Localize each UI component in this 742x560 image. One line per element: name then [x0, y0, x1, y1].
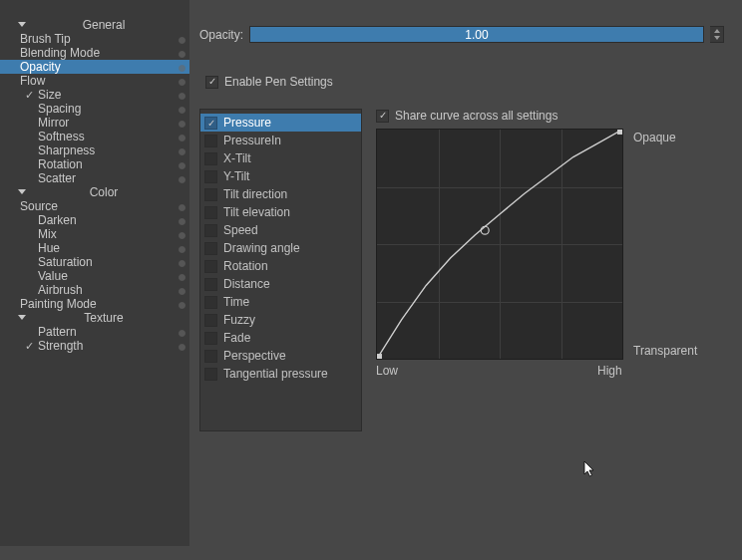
tree-item[interactable]: Hue [0, 241, 189, 255]
tree-item[interactable]: Scatter [0, 171, 189, 185]
sensor-checkbox[interactable] [204, 206, 217, 219]
enable-pen-checkbox[interactable]: ✓ [205, 76, 218, 89]
tree-item[interactable]: Pattern [0, 325, 189, 339]
tree-item[interactable]: Painting Mode [0, 297, 189, 311]
sensor-row[interactable]: Tangential pressure [200, 365, 361, 383]
sensor-checkbox[interactable] [204, 314, 217, 327]
tree-item-check-icon[interactable]: ✓ [22, 89, 36, 102]
tree-item[interactable]: Rotation [0, 157, 189, 171]
sensor-checkbox[interactable] [204, 260, 217, 273]
share-curve-checkbox[interactable]: ✓ [376, 110, 389, 123]
sensor-row[interactable]: Tilt direction [200, 185, 361, 203]
tree-group-header[interactable]: Color [0, 185, 189, 199]
tree-item[interactable]: Source [0, 199, 189, 213]
tree-item[interactable]: Softness [0, 130, 189, 143]
tree-item[interactable]: Value [0, 269, 189, 283]
sensor-checkbox[interactable] [204, 224, 217, 237]
sensor-row[interactable]: Perspective [200, 347, 361, 365]
curve-area: ✓ Share curve across all settings [376, 109, 705, 360]
sensor-checkbox[interactable]: ✓ [204, 117, 217, 130]
share-curve-label: Share curve across all settings [395, 109, 557, 123]
opacity-slider[interactable]: 1.00 [249, 26, 704, 43]
opacity-label: Opacity: [199, 28, 243, 42]
sensor-checkbox[interactable] [204, 296, 217, 309]
tree-item[interactable]: Spacing [0, 102, 189, 116]
tree-item[interactable]: ✓Size [0, 88, 189, 102]
sensor-row[interactable]: ✓Pressure [200, 114, 361, 132]
tree-item[interactable]: Saturation [0, 255, 189, 269]
tree-group-header[interactable]: Texture [0, 311, 189, 325]
curve-handle-end-icon[interactable] [617, 130, 622, 135]
sensor-row[interactable]: Rotation [200, 257, 361, 275]
tree-item[interactable]: Mirror [0, 116, 189, 130]
tree-group-header[interactable]: General [0, 18, 189, 32]
expand-icon[interactable] [18, 22, 26, 27]
sensor-row[interactable]: Drawing angle [200, 239, 361, 257]
enable-pen-label: Enable Pen Settings [224, 75, 333, 89]
brush-settings-tree[interactable]: GeneralBrush TipBlending ModeOpacityFlow… [0, 0, 189, 546]
tree-item[interactable]: Airbrush [0, 283, 189, 297]
tree-item[interactable]: Brush Tip [0, 32, 189, 46]
tree-item[interactable]: Darken [0, 213, 189, 227]
tree-item[interactable]: Mix [0, 227, 189, 241]
expand-icon[interactable] [18, 189, 26, 194]
spinner-up-icon[interactable] [710, 27, 723, 35]
sensor-checkbox[interactable] [204, 152, 217, 165]
sensor-row[interactable]: Y-Tilt [200, 167, 361, 185]
sensor-checkbox[interactable] [204, 350, 217, 363]
sensor-checkbox[interactable] [204, 135, 217, 147]
sensor-list[interactable]: ✓PressurePressureInX-TiltY-TiltTilt dire… [199, 109, 362, 431]
axis-label-opaque: Opaque [633, 131, 676, 144]
sensor-checkbox[interactable] [204, 332, 217, 345]
sensor-checkbox[interactable] [204, 242, 217, 255]
curve-handle-mid-icon[interactable] [481, 226, 489, 234]
axis-label-high: High [597, 364, 622, 378]
opacity-value: 1.00 [465, 28, 488, 42]
tree-item[interactable]: Opacity [0, 60, 189, 74]
opacity-spinner[interactable] [710, 26, 724, 43]
share-curve-row[interactable]: ✓ Share curve across all settings [376, 109, 705, 123]
sensor-checkbox[interactable] [204, 368, 217, 381]
axis-label-low: Low [376, 364, 398, 378]
spinner-down-icon[interactable] [710, 35, 723, 43]
sensor-row[interactable]: Fade [200, 329, 361, 347]
enable-pen-row[interactable]: ✓ Enable Pen Settings [205, 75, 724, 89]
sensor-row[interactable]: Time [200, 293, 361, 311]
curve-editor[interactable] [376, 129, 623, 360]
sensor-row[interactable]: Speed [200, 221, 361, 239]
curve-handle-start-icon[interactable] [377, 354, 382, 359]
sensor-row[interactable]: X-Tilt [200, 149, 361, 167]
tree-item[interactable]: Blending Mode [0, 46, 189, 60]
tree-item-check-icon[interactable]: ✓ [22, 340, 36, 353]
tree-item[interactable]: Flow [0, 74, 189, 88]
sensor-row[interactable]: Distance [200, 275, 361, 293]
sensor-checkbox[interactable] [204, 170, 217, 183]
sensor-row[interactable]: Tilt elevation [200, 203, 361, 221]
tree-item[interactable]: ✓Strength [0, 339, 189, 353]
main-panel: Opacity: 1.00 ✓ Enable Pen Settings ✓Pre… [189, 0, 742, 560]
expand-icon[interactable] [18, 315, 26, 320]
tree-item[interactable]: Sharpness [0, 143, 189, 157]
sensor-row[interactable]: Fuzzy [200, 311, 361, 329]
axis-label-transparent: Transparent [633, 344, 697, 358]
sensor-checkbox[interactable] [204, 188, 217, 201]
sensor-row[interactable]: PressureIn [200, 132, 361, 149]
opacity-row: Opacity: 1.00 [199, 26, 724, 43]
sensor-checkbox[interactable] [204, 278, 217, 291]
